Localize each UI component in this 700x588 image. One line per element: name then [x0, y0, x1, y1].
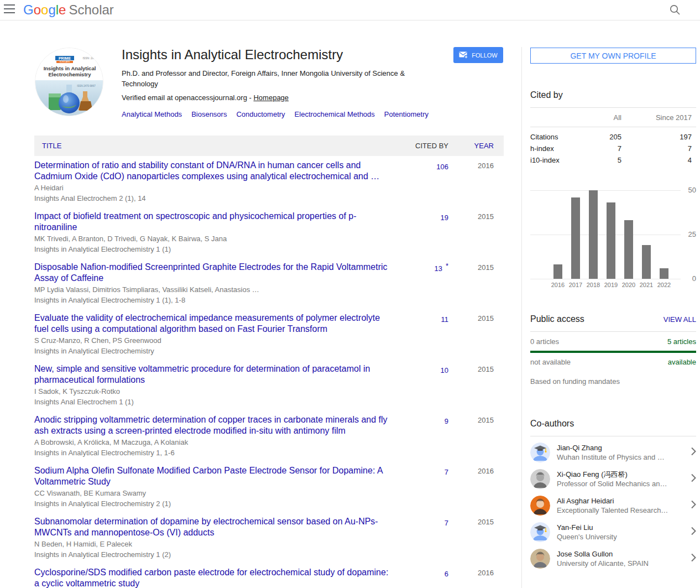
coauthor-affiliation: Queen's University: [557, 532, 686, 542]
article-cited-cell: 6: [410, 567, 448, 579]
coauthor-name-link[interactable]: Xi-Qiao Feng (冯西桥): [557, 470, 686, 479]
article-title-link[interactable]: Determination of ratio and stability con…: [34, 160, 393, 182]
svg-text:Electrochemistry: Electrochemistry: [48, 71, 91, 77]
interest-tag[interactable]: Biosensors: [191, 110, 227, 118]
citation-stat-since: 197: [621, 131, 696, 143]
article-authors: MK Trivedi, A Branton, D Trivedi, G Naya…: [34, 234, 393, 243]
interest-tag[interactable]: Analytical Methods: [122, 110, 182, 118]
get-my-own-profile-button[interactable]: GET MY OWN PROFILE: [530, 48, 696, 64]
article-row: Anodic stripping voltammetric determinat…: [34, 410, 504, 461]
article-authors: S Cruz-Manzo, R Chen, PS Greenwood: [34, 336, 393, 345]
column-header-title[interactable]: TITLE: [34, 142, 410, 150]
citation-stat-label[interactable]: h-index: [530, 143, 586, 154]
citation-stat-row: i10-index54: [530, 154, 696, 166]
coauthor-list-item[interactable]: Yan-Fei LiuQueen's University: [530, 519, 696, 545]
coauthor-name-link[interactable]: Jian-Qi Zhang: [557, 443, 686, 452]
article-title-link[interactable]: Evaluate the validity of electrochemical…: [34, 313, 393, 335]
cited-by-count-link[interactable]: 10: [441, 366, 448, 374]
interest-tag[interactable]: Potentiometry: [384, 110, 429, 118]
merged-citations-star-icon: *: [446, 262, 448, 270]
content-divider: [521, 47, 522, 588]
interest-tag[interactable]: Conductometry: [236, 110, 285, 118]
citation-stat-label[interactable]: i10-index: [530, 154, 586, 166]
coauthor-name-link[interactable]: Jose Solla Gullon: [557, 549, 686, 559]
chart-gridline: [530, 190, 681, 191]
article-title-link[interactable]: Cyclosporine/SDS modified carbon paste e…: [34, 567, 393, 588]
cited-by-heading[interactable]: Cited by: [530, 90, 563, 100]
coauthors-section: Co-authors Jian-Qi ZhangWuhan Institute …: [530, 419, 696, 572]
coauthor-name-link[interactable]: Yan-Fei Liu: [557, 523, 686, 532]
article-title-link[interactable]: Sodium Alpha Olefin Sulfonate Modified C…: [34, 465, 393, 487]
profile-avatar[interactable]: PRIME SCHOLARS ISSN: 2x. Insights in Ana…: [35, 48, 103, 116]
coauthor-name-link[interactable]: Ali Asghar Heidari: [557, 496, 686, 506]
article-authors: A Heidari: [34, 183, 393, 192]
chart-bar[interactable]: [571, 197, 580, 279]
coauthor-list-item[interactable]: Jian-Qi ZhangWuhan Institute of Physics …: [530, 439, 696, 466]
citation-stat-all: 5: [586, 154, 621, 166]
cited-by-section: Cited by All Since 2017 Citations205197h…: [530, 90, 696, 166]
interest-tag[interactable]: Electrochemical Methods: [295, 110, 375, 118]
chart-bar[interactable]: [660, 268, 668, 279]
cited-by-rows: Citations205197h-index77i10-index54: [530, 127, 696, 166]
chevron-right-icon: [686, 473, 696, 485]
cited-by-count-link[interactable]: 9: [445, 417, 448, 425]
column-header-cited-by[interactable]: CITED BY: [410, 142, 448, 150]
article-title-link[interactable]: New, simple and sensitive voltammetric p…: [34, 363, 393, 386]
article-title-link[interactable]: Impact of biofield treatment on spectros…: [34, 211, 393, 233]
svg-text:PRIME: PRIME: [59, 56, 71, 60]
cited-by-count-link[interactable]: 6: [445, 570, 448, 578]
chart-bar[interactable]: [624, 220, 633, 279]
cited-by-col-since: Since 2017: [621, 113, 696, 122]
chart-x-tick-label: 2016: [548, 282, 567, 288]
google-logo-letter: o: [34, 2, 41, 17]
cited-by-count-link[interactable]: 11: [441, 315, 449, 324]
article-title-cell: Determination of ratio and stability con…: [34, 160, 410, 203]
article-venue: Insights Anal Electrochem 2 (1), 14: [34, 194, 393, 203]
svg-text:ISSN 2470-9867: ISSN 2470-9867: [77, 85, 96, 87]
article-row: Subnanomolar determination of dopamine b…: [34, 512, 504, 563]
citation-stat-row: Citations205197: [530, 131, 696, 143]
chart-bar[interactable]: [642, 245, 651, 279]
search-icon[interactable]: [669, 4, 683, 18]
view-all-link[interactable]: VIEW ALL: [664, 315, 696, 324]
article-title-cell: Anodic stripping voltammetric determinat…: [34, 414, 410, 457]
citation-stat-label[interactable]: Citations: [530, 131, 586, 143]
article-title-link[interactable]: Subnanomolar determination of dopamine b…: [34, 516, 393, 538]
chart-x-tick-label: 2017: [566, 282, 585, 288]
citation-stat-all: 7: [586, 143, 621, 154]
cited-by-count-link[interactable]: 19: [441, 214, 448, 222]
follow-button[interactable]: FOLLOW: [453, 47, 503, 63]
citation-stat-since: 4: [621, 154, 696, 166]
chart-bar[interactable]: [607, 202, 615, 279]
coauthor-affiliation: University of Alicante, SPAIN: [557, 559, 686, 568]
chart-bar[interactable]: [553, 264, 562, 279]
coauthor-affiliation: Professor of Solid Mechanics an…: [557, 479, 686, 488]
chart-bar[interactable]: [589, 190, 598, 279]
cited-by-count-link[interactable]: 106: [436, 163, 448, 171]
coauthor-list-item[interactable]: Jose Solla GullonUniversity of Alicante,…: [530, 545, 696, 572]
not-available-label: not available: [530, 358, 571, 366]
chevron-right-icon: [686, 447, 696, 458]
homepage-link[interactable]: Homepage: [253, 93, 289, 102]
cited-by-count-link[interactable]: 13: [434, 264, 442, 273]
article-year: 2015: [448, 211, 504, 221]
column-header-year[interactable]: YEAR: [448, 142, 504, 150]
coauthor-text: Jose Solla GullonUniversity of Alicante,…: [557, 549, 686, 568]
cited-by-count-link[interactable]: 7: [445, 468, 448, 476]
coauthor-list-item[interactable]: Ali Asghar HeidariExceptionally Talented…: [530, 492, 696, 519]
article-title-link[interactable]: Disposable Nafion-modified Screenprinted…: [34, 262, 393, 284]
article-title-link[interactable]: Anodic stripping voltammetric determinat…: [34, 414, 393, 436]
article-row: New, simple and sensitive voltammetric p…: [34, 360, 504, 410]
cited-by-count-link[interactable]: 7: [445, 519, 448, 527]
google-scholar-logo[interactable]: GoogleScholar: [23, 2, 114, 18]
coauthor-list-item[interactable]: Xi-Qiao Feng (冯西桥)Professor of Solid Mec…: [530, 466, 696, 492]
article-year: 2016: [448, 160, 504, 170]
citation-stat-since: 7: [621, 143, 696, 154]
article-year: 2016: [448, 465, 504, 475]
chart-plot-area: [530, 185, 681, 279]
article-cited-cell: 11: [410, 313, 448, 324]
article-authors: N Beden, H Hamidi, E Palecek: [34, 539, 393, 549]
chart-x-tick-label: 2020: [619, 282, 638, 288]
coauthors-heading: Co-authors: [530, 419, 574, 429]
menu-icon[interactable]: [4, 4, 17, 15]
